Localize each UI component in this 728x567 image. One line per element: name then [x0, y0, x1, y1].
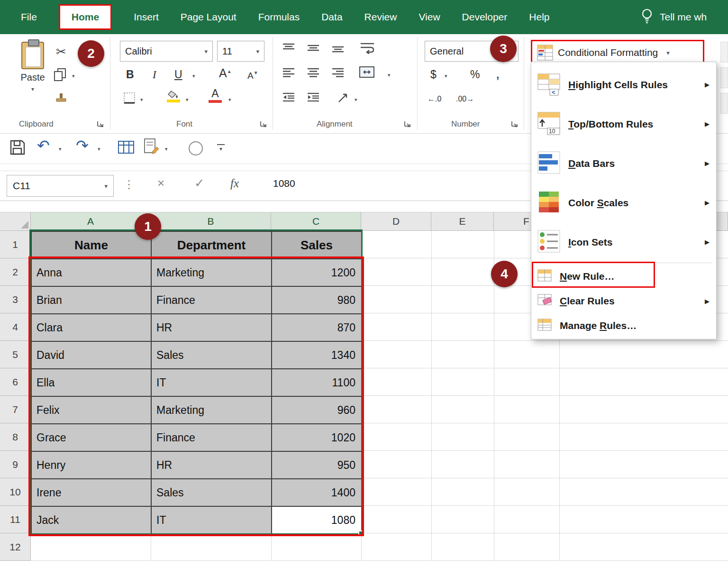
shape-tool-button[interactable]	[189, 141, 203, 155]
cell-c8[interactable]: 1020	[272, 424, 362, 452]
cell-c2[interactable]: 1200	[272, 259, 362, 287]
tab-help[interactable]: Help	[529, 11, 549, 23]
row-header-1[interactable]: 1	[0, 231, 31, 258]
cut-button[interactable]: ✂	[56, 45, 66, 59]
bold-button[interactable]: B	[126, 69, 134, 80]
fill-color-button[interactable]	[167, 90, 180, 102]
conditional-formatting-button[interactable]: Conditional Formatting ▾	[533, 42, 702, 64]
cell-c3[interactable]: 980	[272, 287, 362, 314]
accounting-dropdown-caret[interactable]: ▾	[445, 73, 447, 79]
alignment-dialog-launcher[interactable]	[404, 120, 411, 129]
tab-review[interactable]: Review	[364, 11, 397, 23]
cell-c10[interactable]: 1400	[272, 479, 362, 507]
cell-b11[interactable]: IT	[152, 507, 272, 534]
row-header-5[interactable]: 5	[0, 341, 31, 368]
cell-b4[interactable]: HR	[152, 314, 272, 342]
middle-align-button[interactable]	[307, 43, 319, 53]
tab-page-layout[interactable]: Page Layout	[181, 11, 237, 23]
cell-c7[interactable]: 960	[272, 397, 362, 424]
tab-file[interactable]: File	[21, 11, 37, 23]
copy-dropdown-caret[interactable]: ▾	[72, 73, 75, 79]
column-header-a[interactable]: A	[31, 212, 151, 231]
cell-b8[interactable]: Finance	[152, 424, 272, 452]
percent-style-button[interactable]: %	[470, 69, 480, 80]
align-center-button[interactable]	[307, 67, 319, 78]
tell-me-search[interactable]: Tell me wh	[641, 0, 707, 34]
customize-toolbar-button[interactable]: ▾	[216, 144, 226, 152]
cell-a11[interactable]: Jack	[32, 507, 152, 534]
menu-item-clear-rules[interactable]: Clear Rules ▶	[531, 289, 716, 313]
merge-dropdown-caret[interactable]: ▾	[388, 72, 391, 78]
redo-dropdown-caret[interactable]: ▾	[98, 146, 100, 152]
row-header-3[interactable]: 3	[0, 286, 31, 313]
redo-button[interactable]: ↷	[76, 137, 89, 155]
accounting-format-button[interactable]: $	[430, 69, 437, 80]
orientation-dropdown-caret[interactable]: ▾	[355, 97, 357, 103]
row-header-12[interactable]: 12	[0, 533, 31, 561]
tab-home[interactable]: Home	[59, 4, 112, 30]
fill-handle[interactable]	[358, 530, 364, 536]
bottom-align-button[interactable]	[332, 43, 344, 53]
row-header-2[interactable]: 2	[0, 258, 31, 286]
top-align-button[interactable]	[282, 43, 295, 53]
cell-b2[interactable]: Marketing	[152, 259, 272, 287]
name-box[interactable]: C11 ▾	[7, 175, 114, 197]
select-all-corner[interactable]	[0, 212, 31, 231]
cell-b5[interactable]: Sales	[152, 342, 272, 369]
paste-button[interactable]: Paste ▾	[11, 40, 54, 115]
underline-dropdown-caret[interactable]: ▾	[192, 73, 195, 79]
cell-b3[interactable]: Finance	[152, 287, 272, 314]
column-header-b[interactable]: B	[151, 212, 271, 231]
undo-dropdown-caret[interactable]: ▾	[59, 146, 62, 152]
save-button[interactable]	[9, 139, 26, 155]
row-header-11[interactable]: 11	[0, 506, 31, 533]
cell-a5[interactable]: David	[32, 342, 152, 369]
column-header-e[interactable]: E	[431, 212, 494, 231]
align-right-button[interactable]	[332, 67, 344, 78]
confirm-entry-button[interactable]: ✓	[194, 177, 205, 189]
row-header-7[interactable]: 7	[0, 396, 31, 423]
row-header-10[interactable]: 10	[0, 478, 31, 506]
underline-button[interactable]: U	[174, 69, 182, 80]
row-header-9[interactable]: 9	[0, 451, 31, 478]
cell-a2[interactable]: Anna	[32, 259, 152, 287]
tab-developer[interactable]: Developer	[462, 11, 508, 23]
cell-c9[interactable]: 950	[272, 452, 362, 479]
font-dialog-launcher[interactable]	[260, 120, 267, 129]
menu-item-manage-rules[interactable]: Manage Rules…	[531, 313, 716, 338]
form-tool-dropdown-caret[interactable]: ▾	[165, 146, 168, 152]
merge-center-button[interactable]	[359, 66, 374, 78]
insert-function-button[interactable]: fx	[230, 177, 239, 190]
tab-insert[interactable]: Insert	[134, 11, 159, 23]
tab-data[interactable]: Data	[321, 11, 342, 23]
row-header-8[interactable]: 8	[0, 423, 31, 451]
comma-style-button[interactable]: ,	[496, 66, 500, 81]
font-size-combo[interactable]: 11 ▾	[217, 41, 264, 62]
cell-c1[interactable]: Sales	[272, 232, 362, 259]
formula-input[interactable]: 1080	[273, 178, 463, 189]
tab-view[interactable]: View	[419, 11, 440, 23]
cell-c11-active[interactable]: 1080	[272, 507, 362, 534]
cell-b6[interactable]: IT	[152, 369, 272, 397]
cell-a9[interactable]: Henry	[32, 452, 152, 479]
cell-b10[interactable]: Sales	[152, 479, 272, 507]
borders-button[interactable]	[123, 92, 136, 104]
font-color-button[interactable]: A	[209, 88, 222, 103]
decrease-indent-button[interactable]	[282, 92, 295, 102]
italic-button[interactable]: I	[153, 69, 156, 80]
menu-item-color-scales[interactable]: Color Scales ▶	[531, 183, 716, 222]
font-name-combo[interactable]: Calibri ▾	[120, 41, 213, 62]
row-header-4[interactable]: 4	[0, 313, 31, 341]
orientation-button[interactable]	[337, 92, 350, 103]
align-left-button[interactable]	[282, 67, 295, 78]
cell-a8[interactable]: Grace	[32, 424, 152, 452]
column-header-c[interactable]: C	[271, 212, 361, 231]
shrink-font-button[interactable]: A▼	[247, 71, 258, 80]
cell-a3[interactable]: Brian	[32, 287, 152, 314]
menu-item-highlight-cells-rules[interactable]: < Highlight Cells Rules ▶	[531, 65, 716, 104]
menu-item-new-rule[interactable]: New Rule…	[531, 264, 716, 289]
table-tool-button[interactable]	[118, 138, 135, 155]
increase-indent-button[interactable]	[307, 92, 319, 102]
column-header-d[interactable]: D	[361, 212, 431, 231]
menu-item-data-bars[interactable]: Data Bars ▶	[531, 144, 716, 183]
